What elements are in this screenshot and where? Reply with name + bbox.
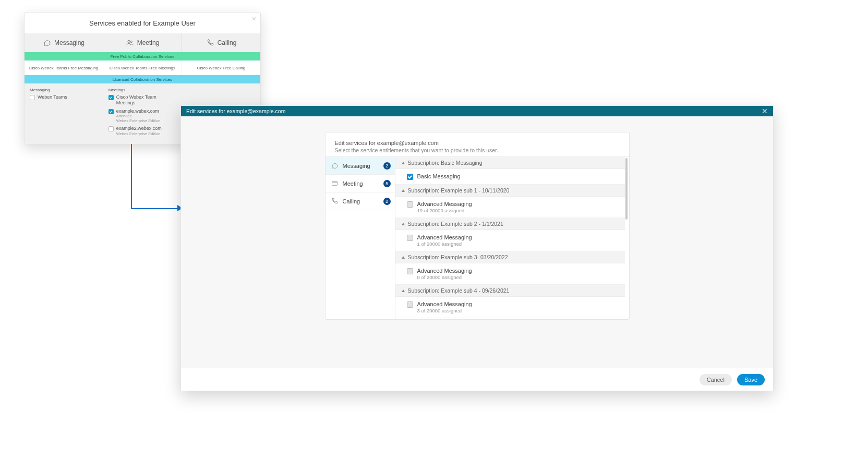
entitlement-option[interactable]: Advanced Messaging19 of 20000 assigned — [395, 197, 625, 218]
license-item-label: example2.webex.comWebex Enterprise Editi… — [116, 126, 162, 136]
subscription-group-header[interactable]: Subscription: Example sub 3- 03/20/2022 — [395, 251, 625, 263]
count-badge: 2 — [383, 162, 391, 170]
free-cell: Cisco Webex Teams Free Meetings — [103, 61, 182, 75]
svg-rect-2 — [332, 182, 337, 186]
panel-subtitle: Select the service entitlements that you… — [335, 147, 620, 153]
col-heading: Messaging — [30, 88, 98, 92]
save-button[interactable]: Save — [737, 374, 765, 385]
option-label: Basic Messaging — [417, 173, 461, 179]
option-subtext: 1 of 20000 assigned — [417, 241, 472, 247]
count-badge: 2 — [383, 198, 391, 205]
dialog-footer: Cancel Save — [181, 368, 773, 391]
group-title: Subscription: Example sub 3- 03/20/2022 — [408, 254, 508, 260]
old-dialog-title: Services enabled for Example User — [89, 19, 196, 27]
dialog-title: Edit services for example@example.com — [186, 108, 285, 114]
checkbox[interactable] — [108, 95, 114, 100]
svg-point-1 — [130, 41, 132, 42]
checkbox[interactable] — [30, 95, 35, 100]
group-title: Subscription: Example sub 2 - 1/1/2021 — [408, 221, 503, 227]
license-item[interactable]: example.webex.comAttendeeWebex Enterpris… — [108, 108, 177, 124]
meeting-icon — [331, 179, 339, 187]
group-title: Subscription: Example sub 4 - 09/26/2021 — [408, 287, 510, 294]
phone-icon — [206, 39, 214, 47]
entitlement-option[interactable]: Advanced Messaging0 of 20000 assigned — [395, 263, 625, 285]
scrollbar-thumb[interactable] — [625, 158, 628, 220]
option-subtext: 19 of 20000 assigned — [417, 208, 472, 213]
old-dialog-tabs: Messaging Meeting Calling — [25, 33, 260, 52]
edit-services-dialog: Edit services for example@example.com ✕ … — [180, 105, 774, 391]
licensed-services-band: Licensed Collaboration Services — [25, 75, 260, 83]
sidebar-item-meeting[interactable]: Meeting5 — [326, 175, 395, 192]
free-services-band: Free Public Collaboration Services — [25, 52, 260, 61]
tab-calling[interactable]: Calling — [182, 33, 260, 52]
sidebar-item-calling[interactable]: Calling2 — [326, 192, 395, 210]
calling-icon — [331, 197, 339, 205]
chevron-up-icon — [402, 289, 405, 292]
cancel-button[interactable]: Cancel — [700, 374, 732, 385]
option-label: Advanced Messaging3 of 20000 assigned — [417, 301, 472, 313]
tab-label: Messaging — [54, 39, 85, 46]
option-label: Advanced Messaging1 of 20000 assigned — [417, 234, 472, 247]
checkbox[interactable] — [108, 126, 114, 131]
license-item[interactable]: Cisco Webex Team Meetings — [108, 94, 177, 106]
free-cell: Cisco Webex Teams Free Messaging — [25, 61, 103, 75]
licensed-col-messaging: Messaging Webex Teams — [25, 88, 103, 139]
chevron-up-icon — [402, 223, 405, 225]
license-item[interactable]: example2.webex.comWebex Enterprise Editi… — [108, 126, 177, 136]
old-dialog-header: Services enabled for Example User × — [25, 13, 260, 33]
option-subtext: 3 of 20000 assigned — [417, 308, 472, 313]
panel-title: Edit services for example@example.com — [335, 140, 620, 146]
entitlement-option[interactable]: Advanced Messaging3 of 20000 assigned — [395, 297, 625, 318]
license-item-label: example.webex.comAttendeeWebex Enterpris… — [116, 108, 161, 124]
content-area: Subscription: Basic MessagingBasic Messa… — [395, 157, 629, 319]
panel-main: Messaging2Meeting5Calling2 Subscription:… — [326, 156, 629, 319]
tab-messaging[interactable]: Messaging — [25, 33, 103, 52]
close-icon[interactable]: ✕ — [762, 107, 768, 115]
free-cell: Cisco Webex Free Calling — [182, 61, 260, 75]
sidebar-item-label: Meeting — [343, 180, 363, 187]
free-services-row: Cisco Webex Teams Free Messaging Cisco W… — [25, 61, 260, 75]
option-subtext: 0 of 20000 assigned — [417, 274, 472, 280]
subscription-group-header[interactable]: Subscription: Example sub 2 - 1/1/2021 — [395, 218, 625, 230]
license-item-label: Cisco Webex Team Meetings — [116, 94, 177, 106]
chevron-up-icon — [402, 256, 405, 259]
entitlement-option[interactable]: Advanced Messaging1 of 20000 assigned — [395, 230, 625, 251]
panel-header: Edit services for example@example.com Se… — [326, 132, 629, 156]
option-label: Advanced Messaging0 of 20000 assigned — [417, 268, 472, 280]
sidebar-item-label: Messaging — [343, 163, 370, 169]
checkbox[interactable] — [108, 109, 114, 114]
dialog-body: Edit services for example@example.com Se… — [181, 116, 773, 368]
license-item-label: Webex Teams — [38, 94, 67, 100]
subscription-group-header[interactable]: Subscription: Basic Messaging — [395, 157, 625, 169]
col-heading: Meetings — [108, 88, 177, 92]
entitlement-option[interactable]: Basic Messaging — [395, 169, 625, 185]
transition-arrow — [131, 144, 179, 209]
license-item[interactable]: Webex Teams — [30, 94, 98, 100]
chevron-up-icon — [402, 162, 405, 164]
count-badge: 5 — [383, 180, 391, 187]
tab-meeting[interactable]: Meeting — [103, 33, 182, 52]
tab-label: Calling — [218, 39, 237, 46]
services-panel: Edit services for example@example.com Se… — [325, 132, 630, 320]
svg-point-0 — [128, 40, 130, 42]
close-icon[interactable]: × — [252, 15, 256, 23]
chat-bubble-icon — [43, 39, 51, 47]
checkbox[interactable] — [407, 174, 413, 180]
people-icon — [126, 39, 134, 47]
dialog-header: Edit services for example@example.com ✕ — [181, 106, 773, 116]
subscription-group-header[interactable]: Subscription: Example sub 1 - 10/11/2020 — [395, 185, 625, 197]
messaging-icon — [331, 162, 339, 170]
group-title: Subscription: Basic Messaging — [408, 160, 483, 166]
subscription-group-header[interactable]: Subscription: Example sub 4 - 09/26/2021 — [395, 285, 625, 297]
category-sidebar: Messaging2Meeting5Calling2 — [326, 157, 395, 319]
checkbox[interactable] — [407, 235, 413, 241]
option-label: Advanced Messaging19 of 20000 assigned — [417, 201, 472, 213]
chevron-up-icon — [402, 189, 405, 192]
sidebar-item-messaging[interactable]: Messaging2 — [326, 157, 395, 175]
checkbox[interactable] — [407, 301, 413, 308]
checkbox[interactable] — [407, 268, 413, 274]
licensed-col-meetings: Meetings Cisco Webex Team Meetingsexampl… — [103, 88, 182, 139]
group-title: Subscription: Example sub 1 - 10/11/2020 — [408, 187, 510, 194]
checkbox[interactable] — [407, 201, 413, 208]
tab-label: Meeting — [137, 39, 160, 46]
